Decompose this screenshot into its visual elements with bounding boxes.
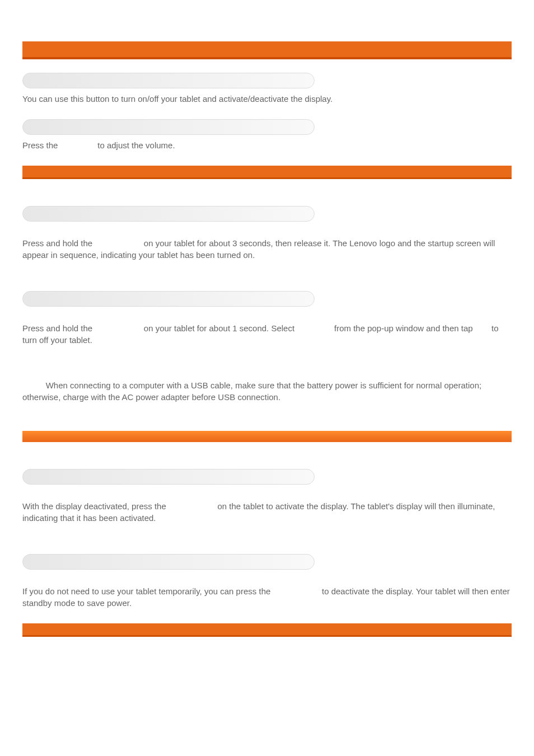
subsection-pill-volume bbox=[22, 119, 315, 135]
text-span: With the display deactivated, press the bbox=[22, 501, 168, 511]
section-heading-bar-bottom bbox=[22, 623, 512, 637]
text-activate: With the display deactivated, press the … bbox=[22, 500, 512, 524]
poweroff-option-placeholder bbox=[297, 323, 332, 333]
power-button-placeholder bbox=[273, 586, 319, 596]
text-volume: Press the to adjust the volume. bbox=[22, 139, 512, 151]
subsection-pill-deactivate bbox=[22, 554, 315, 570]
ok-placeholder bbox=[475, 323, 489, 333]
text-span: If you do not need to use your tablet te… bbox=[22, 586, 273, 596]
text-span: to adjust the volume. bbox=[95, 140, 175, 150]
section-heading-bar-keys bbox=[22, 41, 512, 59]
subsection-pill-poweroff bbox=[22, 291, 315, 307]
section-heading-bar-display bbox=[22, 431, 512, 442]
text-onoff: You can use this button to turn on/off y… bbox=[22, 93, 512, 105]
text-poweron: Press and hold the on your tablet for ab… bbox=[22, 237, 512, 261]
document-page: You can use this button to turn on/off y… bbox=[0, 0, 534, 682]
power-button-placeholder bbox=[168, 501, 215, 511]
text-span: Press and hold the bbox=[22, 323, 95, 333]
volume-key-placeholder bbox=[60, 140, 96, 150]
section-divider-bar-power bbox=[22, 166, 512, 179]
text-span: When connecting to a computer with a USB… bbox=[22, 381, 484, 402]
subsection-pill-onoff bbox=[22, 73, 315, 88]
text-span: from the pop-up window and then tap bbox=[332, 323, 475, 333]
text-deactivate: If you do not need to use your tablet te… bbox=[22, 585, 512, 609]
text-span: Press the bbox=[22, 140, 60, 150]
text-span: You can use this button to turn on/off y… bbox=[22, 94, 332, 104]
subsection-pill-poweron bbox=[22, 206, 315, 222]
power-button-placeholder bbox=[95, 238, 141, 248]
power-button-placeholder bbox=[95, 323, 141, 333]
text-note: When connecting to a computer with a USB… bbox=[22, 379, 512, 403]
subsection-pill-activate bbox=[22, 469, 315, 485]
text-span: Press and hold the bbox=[22, 238, 95, 248]
note-indent bbox=[22, 381, 46, 390]
text-span: on your tablet for about 1 second. Selec… bbox=[142, 323, 297, 333]
text-poweroff: Press and hold the on your tablet for ab… bbox=[22, 322, 512, 346]
